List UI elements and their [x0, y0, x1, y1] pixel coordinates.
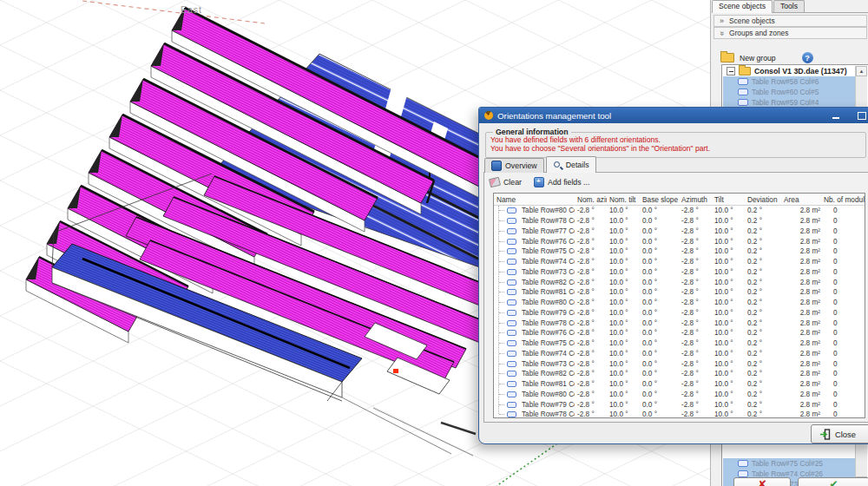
header-cell[interactable]: Name [494, 195, 575, 204]
row-cell: 10.0 ° [712, 207, 745, 214]
row-cell: -2.8 ° [575, 299, 607, 306]
row-cell: 2.8 m² [781, 247, 821, 255]
scroll-up-icon[interactable]: ▲ [856, 66, 867, 76]
table-row[interactable]: Table Row#80 Col#52-2.8 °10.0 °0.0 °-2.8… [494, 390, 865, 400]
table-row[interactable]: Table Row#73 Col#27-2.8 °10.0 °0.0 °-2.8… [494, 358, 865, 369]
header-cell[interactable]: Nom. azim. [575, 195, 607, 204]
minimize-button[interactable] [830, 110, 842, 121]
table-row[interactable]: Table Row#78 Col#52-2.8 °10.0 °0.0 °-2.8… [494, 216, 865, 227]
panel-icon [507, 207, 516, 213]
table-row[interactable]: Table Row#82 Col#53-2.8 °10.0 °0.0 °-2.8… [494, 277, 865, 287]
new-group-button[interactable]: New group [740, 54, 776, 62]
row-cell: 10.0 ° [712, 319, 745, 327]
table-row[interactable]: Table Row#75 Col#35-2.8 °10.0 °0.0 °-2.8… [494, 246, 865, 257]
tab-overview[interactable]: Overview [484, 158, 544, 173]
row-cell: 10.0 ° [607, 258, 640, 266]
tree-stub [499, 364, 504, 364]
info-line-2: You have to choose "Several orientations… [486, 144, 865, 153]
table-row[interactable]: Table Row#81 Col#49-2.8 °10.0 °0.0 °-2.8… [494, 287, 865, 298]
row-cell: 0.0 ° [640, 288, 679, 296]
header-cell[interactable]: Deviation [745, 195, 781, 204]
row-cell: 10.0 ° [607, 401, 640, 409]
exit-door-icon [819, 429, 831, 440]
table-row[interactable]: Table Row#79 Col#51-2.8 °10.0 °0.0 °-2.8… [494, 308, 865, 319]
header-cell[interactable]: Area [781, 195, 821, 204]
panel-icon [507, 381, 516, 387]
panel-icon [507, 371, 516, 377]
table-row[interactable]: Table Row#82 Col#52-2.8 °10.0 °0.0 °-2.8… [494, 369, 865, 379]
section-groups-zones[interactable]: » Groups and zones [713, 27, 867, 39]
row-cell: -2.8 ° [575, 401, 607, 409]
eraser-icon [489, 177, 501, 188]
row-cell: 0.0 ° [640, 309, 679, 317]
red-x-button[interactable]: ✘ [733, 477, 791, 486]
table-row[interactable]: Table Row#81 Col#48-2.8 °10.0 °0.0 °-2.8… [494, 379, 865, 390]
row-cell: -2.8 ° [575, 410, 607, 418]
row-cell: 0.0 ° [640, 319, 679, 327]
row-cell: 10.0 ° [607, 339, 640, 347]
tab-details[interactable]: Details [546, 156, 596, 173]
table-row[interactable]: Table Row#78 Col#50-2.8 °10.0 °0.0 °-2.8… [494, 410, 865, 418]
collapse-expander-icon[interactable] [727, 67, 735, 76]
clear-button[interactable]: Clear [490, 178, 522, 187]
tree-stub [499, 353, 504, 354]
table-row[interactable]: Table Row#74 Col#27-2.8 °10.0 °0.0 °-2.8… [494, 257, 865, 267]
table-row[interactable]: Table Row#76 Col#37-2.8 °10.0 °0.0 °-2.8… [494, 236, 865, 246]
header-cell[interactable]: Tilt [712, 195, 745, 204]
dialog-titlebar[interactable]: Orientations management tool [479, 108, 868, 123]
groupbox-title: General information [493, 128, 571, 136]
tab-scene-objects[interactable]: Scene objects [712, 0, 773, 13]
close-button[interactable]: Close [811, 424, 868, 443]
close-label: Close [835, 430, 856, 439]
header-cell[interactable]: Nom. tilt [607, 195, 640, 204]
table-body: Table Row#80 Col#54-2.8 °10.0 °0.0 °-2.8… [494, 206, 865, 418]
panel-icon [507, 259, 516, 265]
row-cell: 10.0 ° [712, 350, 745, 358]
table-row[interactable]: Table Row#76 Col#36-2.8 °10.0 °0.0 °-2.8… [494, 328, 865, 338]
row-cell: 2.8 m² [781, 350, 821, 358]
row-name: Table Row#81 Col#48 [519, 380, 575, 388]
table-row[interactable]: Table Row#80 Col#54-2.8 °10.0 °0.0 °-2.8… [494, 206, 865, 216]
table-row[interactable]: Table Row#77 Col#51-2.8 °10.0 °0.0 °-2.8… [494, 227, 865, 237]
row-cell: 0.2 ° [745, 309, 781, 317]
table-row[interactable]: Table Row#73 Col#28-2.8 °10.0 °0.0 °-2.8… [494, 267, 865, 278]
orientation-table[interactable]: NameNom. azim.Nom. tiltBase slopeAzimuth… [493, 193, 865, 418]
east-axis-label: East [181, 4, 202, 15]
dialog-title: Orientations management tool [497, 111, 611, 121]
tree-item[interactable]: Table Row#58 Col#6 [723, 76, 856, 87]
table-row[interactable]: Table Row#80 Col#53-2.8 °10.0 °0.0 °-2.8… [494, 298, 865, 308]
row-cell: 0.0 ° [640, 258, 679, 266]
magnifier-icon [553, 161, 562, 170]
header-cell[interactable]: Azimuth [679, 195, 712, 204]
orientation-app-icon [484, 111, 493, 120]
row-cell: 0.0 ° [640, 401, 679, 409]
table-row[interactable]: Table Row#79 Col#50-2.8 °10.0 °0.0 °-2.8… [494, 399, 865, 410]
new-group-folder-icon [720, 53, 734, 62]
row-cell: 0.0 ° [640, 410, 679, 418]
header-cell[interactable]: Base slope [640, 195, 679, 204]
tree-stub [499, 272, 504, 273]
row-cell: 0.2 ° [745, 380, 781, 388]
dialog-tab-bar: Overview Details [484, 158, 596, 173]
table-row[interactable]: Table Row#74 Col#26-2.8 °10.0 °0.0 °-2.8… [494, 349, 865, 359]
row-cell: 10.0 ° [712, 258, 745, 266]
section-scene-objects[interactable]: » Scene objects [713, 15, 867, 27]
row-name: Table Row#76 Col#36 [519, 329, 575, 337]
panel-icon [738, 470, 748, 477]
help-button[interactable]: ? [802, 52, 813, 63]
row-cell: 0.2 ° [745, 370, 781, 378]
add-fields-button[interactable]: Add fields ... [534, 177, 589, 187]
tree-root[interactable]: Consol V1 3D.dae (11347) [722, 66, 847, 76]
row-cell: 10.0 ° [712, 380, 745, 388]
tree-item[interactable]: Table Row#75 Col#25 [723, 458, 856, 469]
tree-item[interactable]: Table Row#60 Col#5 [723, 87, 856, 97]
table-row[interactable]: Table Row#78 Col#51-2.8 °10.0 °0.0 °-2.8… [494, 318, 865, 328]
row-cell: 2.8 m² [781, 370, 821, 378]
header-cell[interactable]: Nb. of modules [821, 195, 865, 204]
green-check-button[interactable]: ✔ [798, 477, 868, 486]
tab-tools[interactable]: Tools [773, 0, 805, 12]
row-cell: 0 [821, 238, 865, 246]
maximize-button[interactable] [856, 110, 868, 121]
add-fields-label: Add fields ... [548, 178, 589, 187]
table-row[interactable]: Table Row#75 Col#34-2.8 °10.0 °0.0 °-2.8… [494, 338, 865, 349]
